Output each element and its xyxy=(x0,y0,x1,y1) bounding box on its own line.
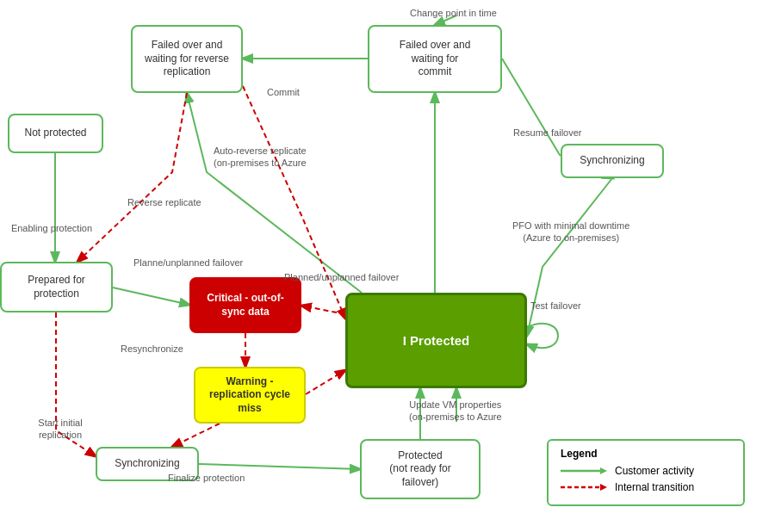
planned-unplanned2-label: Planned/unplanned failover xyxy=(284,271,399,283)
failed-over-reverse-node: Failed over andwaiting for reversereplic… xyxy=(131,25,243,93)
critical-oos-label: Critical - out-of-sync data xyxy=(207,292,283,319)
resume-failover-label: Resume failover xyxy=(513,127,581,139)
legend-internal-label: Internal transition xyxy=(615,481,694,493)
test-failover-label: Test failover xyxy=(530,300,581,312)
change-point-label: Change point in time xyxy=(410,7,497,19)
svg-marker-3 xyxy=(600,484,607,491)
resynchronize-label: Resynchronize xyxy=(121,343,183,355)
legend-customer-row: Customer activity xyxy=(561,465,731,477)
warning-rep-node: Warning -replication cyclemiss xyxy=(194,367,306,424)
legend-customer-label: Customer activity xyxy=(615,465,694,477)
critical-oos-node: Critical - out-of-sync data xyxy=(189,277,301,333)
synchronizing-top-label: Synchronizing xyxy=(580,154,644,168)
synchronizing-bottom-label: Synchronizing xyxy=(115,457,179,471)
pfo-label: PFO with minimal downtime(Azure to on-pr… xyxy=(512,220,629,244)
legend-title: Legend xyxy=(561,448,731,460)
prepared-for-protection-node: Prepared forprotection xyxy=(0,262,113,312)
warning-rep-label: Warning -replication cyclemiss xyxy=(209,375,290,416)
start-initial-label: Start initial replication xyxy=(17,417,103,442)
synchronizing-top-node: Synchronizing xyxy=(561,144,664,178)
failed-over-commit-node: Failed over andwaiting forcommit xyxy=(368,25,502,93)
not-protected-label: Not protected xyxy=(24,127,86,140)
update-vm-label: Update VM properties(on-premises to Azur… xyxy=(409,399,502,424)
legend-dashed-arrow-icon xyxy=(561,481,608,493)
finalize-label: Finalize protection xyxy=(168,472,245,484)
legend-internal-row: Internal transition xyxy=(561,481,731,493)
prepared-label: Prepared forprotection xyxy=(28,274,85,300)
protected-not-ready-label: Protected(not ready forfailover) xyxy=(389,449,450,490)
diagram-container: Not protected Prepared forprotection Fai… xyxy=(0,0,775,532)
svg-marker-1 xyxy=(600,467,607,474)
failed-over-commit-label: Failed over andwaiting forcommit xyxy=(400,39,471,79)
planned-unplanned1-label: Planne/unplanned failover xyxy=(133,257,243,269)
auto-reverse-label: Auto-reverse replicate(on-premises to Az… xyxy=(214,145,307,170)
legend-box: Legend Customer activity Internal transi… xyxy=(547,439,745,506)
enabling-protection-label: Enabling protection xyxy=(0,222,108,234)
protected-main-label: I Protected xyxy=(403,332,470,350)
protected-not-ready-node: Protected(not ready forfailover) xyxy=(360,439,480,499)
failed-over-reverse-label: Failed over andwaiting for reversereplic… xyxy=(145,39,229,79)
not-protected-node: Not protected xyxy=(8,114,103,153)
commit-label: Commit xyxy=(267,86,300,98)
protected-main-node: I Protected xyxy=(345,293,527,388)
reverse-replicate-label: Reverse replicate xyxy=(127,196,202,208)
legend-solid-arrow-icon xyxy=(561,465,608,477)
